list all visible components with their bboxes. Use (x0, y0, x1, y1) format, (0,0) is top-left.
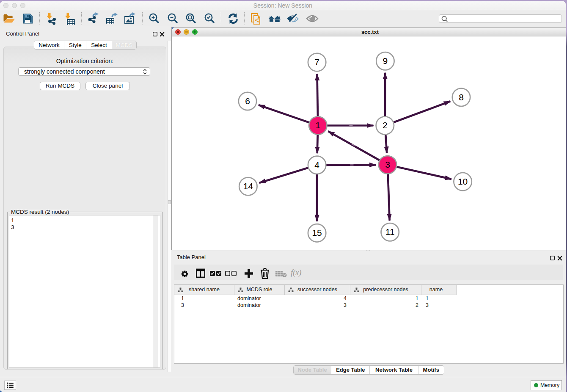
svg-text:15: 15 (312, 228, 322, 237)
svg-text:3: 3 (385, 160, 390, 169)
svg-text:7: 7 (314, 57, 319, 67)
svg-text:6: 6 (245, 96, 250, 106)
svg-text:9: 9 (383, 56, 388, 66)
svg-text:14: 14 (243, 181, 253, 191)
svg-text:2: 2 (382, 120, 387, 130)
svg-text:1: 1 (315, 120, 320, 130)
svg-text:11: 11 (385, 227, 394, 237)
svg-text:4: 4 (314, 160, 319, 170)
svg-text:10: 10 (457, 177, 467, 186)
svg-text:8: 8 (459, 92, 464, 102)
